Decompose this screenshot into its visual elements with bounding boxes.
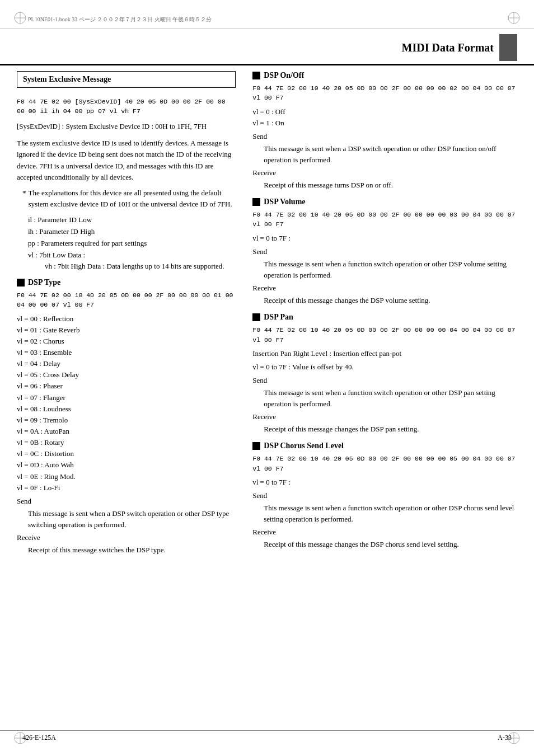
dsp-pan-send-text: This message is sent when a function swi…	[264, 387, 517, 410]
dsp-type-icon	[17, 279, 25, 287]
dsp-onoff-header: DSP On/Off	[252, 71, 517, 80]
dsp-volume-send-text: This message is sent when a function swi…	[264, 259, 517, 281]
dsp-pan-header: DSP Pan	[252, 313, 517, 322]
param-ih: ih : Parameter ID High	[28, 226, 236, 238]
dsp-type-code: F0 44 7E 02 00 10 40 20 05 0D 00 00 2F 0…	[17, 290, 236, 310]
dsp-onoff-vl1: vl = 1 : On	[252, 118, 517, 129]
dsp-pan-values: Insertion Pan Right Level : Insertion ef…	[252, 348, 517, 373]
dsp-type-val-0: vl = 00 : Reflection	[17, 313, 236, 325]
page-footer: 426-E-125A A-33	[0, 730, 534, 745]
param-vh: vh : 7bit High Data : Data lengths up to…	[28, 261, 236, 273]
dsp-onoff-vl0: vl = 0 : Off	[252, 106, 517, 118]
param-il: il : Parameter ID Low	[28, 214, 236, 226]
left-column: System Exclusive Message F0 44 7E 02 00 …	[17, 71, 247, 558]
page-title-block: MIDI Data Format	[402, 34, 517, 61]
dsp-type-val-9: vl = 09 : Tremolo	[17, 415, 236, 426]
right-column: DSP On/Off F0 44 7E 02 00 10 40 20 05 0D…	[247, 71, 517, 558]
dsp-volume-icon	[252, 198, 260, 206]
dsp-onoff-receive-label: Receive	[252, 168, 517, 177]
dsp-pan-receive-text: Receipt of this message changes the DSP …	[264, 424, 517, 435]
page: PL10NE01-1.book 33 ページ ２００２年７月２３日 火曜日 午後…	[0, 0, 534, 756]
dsp-type-val-2: vl = 02 : Chorus	[17, 336, 236, 347]
dsp-type-val-13: vl = 0D : Auto Wah	[17, 459, 236, 471]
dsp-type-val-6: vl = 06 : Phaser	[17, 381, 236, 392]
main-content: System Exclusive Message F0 44 7E 02 00 …	[0, 65, 534, 564]
sysex-devid-note: [SysExDevID] : System Exclusive Device I…	[17, 121, 236, 133]
dsp-type-receive-text: Receipt of this message switches the DSP…	[28, 544, 236, 556]
dsp-chorus-receive-label: Receive	[252, 528, 517, 537]
dsp-volume-vl: vl = 0 to 7F :	[252, 233, 517, 244]
dsp-chorus-icon	[252, 442, 260, 450]
footer-code: 426-E-125A	[22, 734, 56, 742]
note-text: The explanations for this device are all…	[29, 187, 236, 210]
dsp-type-val-11: vl = 0B : Rotary	[17, 437, 236, 448]
dsp-type-send-label: Send	[17, 497, 236, 506]
dsp-volume-receive-text: Receipt of this message changes the DSP …	[264, 295, 517, 306]
asterisk: *	[22, 187, 26, 210]
dsp-pan-receive-label: Receive	[252, 412, 517, 421]
corner-mark-tr	[506, 10, 522, 26]
dsp-onoff-icon	[252, 72, 260, 79]
page-title: MIDI Data Format	[402, 41, 494, 54]
param-list: il : Parameter ID Low ih : Parameter ID …	[28, 214, 236, 273]
dsp-volume-send-label: Send	[252, 247, 517, 256]
dsp-type-val-12: vl = 0C : Distortion	[17, 448, 236, 459]
dsp-type-val-7: vl = 07 : Flanger	[17, 392, 236, 403]
dsp-onoff-code: F0 44 7E 02 00 10 40 20 05 0D 00 00 2F 0…	[252, 83, 517, 103]
dsp-volume-receive-label: Receive	[252, 284, 517, 293]
section-title-box: System Exclusive Message	[17, 71, 236, 88]
dsp-type-val-14: vl = 0E : Ring Mod.	[17, 471, 236, 482]
note-item: * The explanations for this device are a…	[22, 187, 236, 210]
dsp-type-val-15: vl = 0F : Lo-Fi	[17, 482, 236, 494]
dsp-onoff-send-text: This message is sent when a DSP switch o…	[264, 143, 517, 166]
section-title: System Exclusive Message	[23, 75, 111, 83]
dsp-onoff-values: vl = 0 : Off vl = 1 : On	[252, 106, 517, 129]
dsp-chorus-header: DSP Chorus Send Level	[252, 442, 517, 450]
dsp-pan-send-label: Send	[252, 376, 517, 385]
dsp-pan-vl: vl = 0 to 7F : Value is offset by 40.	[252, 361, 517, 373]
dsp-type-values: vl = 00 : Reflection vl = 01 : Gate Reve…	[17, 313, 236, 494]
dsp-onoff-send-label: Send	[252, 132, 517, 141]
dsp-chorus-vl: vl = 0 to 7F :	[252, 477, 517, 488]
corner-mark-tl	[12, 10, 28, 26]
dsp-onoff-receive-text: Receipt of this message turns DSP on or …	[264, 180, 517, 191]
dsp-chorus-vl-block: vl = 0 to 7F :	[252, 477, 517, 488]
page-number: A-33	[498, 734, 512, 742]
dsp-type-send-text: This message is sent when a DSP switch o…	[28, 508, 236, 530]
param-vl: vl : 7bit Low Data :	[28, 250, 236, 261]
dsp-volume-vl-text: vl = 0 to 7F :	[252, 233, 517, 244]
body-intro: The system exclusive device ID is used t…	[17, 138, 236, 183]
dsp-chorus-send-text: This message is sent when a function swi…	[264, 503, 517, 525]
title-tab	[499, 34, 517, 61]
dsp-type-receive-label: Receive	[17, 533, 236, 542]
dsp-pan-code: F0 44 7E 02 00 10 40 20 05 0D 00 00 2F 0…	[252, 325, 517, 345]
dsp-type-val-10: vl = 0A : AutoPan	[17, 426, 236, 437]
dsp-type-val-3: vl = 03 : Ensemble	[17, 347, 236, 358]
dsp-chorus-code: F0 44 7E 02 00 10 40 20 05 0D 00 00 2F 0…	[252, 454, 517, 473]
dsp-type-val-8: vl = 08 : Loudness	[17, 403, 236, 415]
param-pp: pp : Parameters required for part settin…	[28, 238, 236, 250]
print-mark: PL10NE01-1.book 33 ページ ２００２年７月２３日 火曜日 午後…	[0, 11, 534, 29]
dsp-chorus-receive-text: Receipt of this message changes the DSP …	[264, 539, 517, 550]
dsp-pan-icon	[252, 313, 260, 321]
page-header: MIDI Data Format	[0, 29, 534, 65]
dsp-type-val-1: vl = 01 : Gate Reverb	[17, 325, 236, 336]
dsp-pan-insertion: Insertion Pan Right Level : Insertion ef…	[252, 348, 517, 359]
f0-code-main: F0 44 7E 02 00 [SysExDevID] 40 20 05 0D …	[17, 97, 236, 116]
dsp-type-header: DSP Type	[17, 278, 236, 287]
dsp-type-val-4: vl = 04 : Delay	[17, 358, 236, 369]
dsp-volume-header: DSP Volume	[252, 198, 517, 206]
dsp-chorus-send-label: Send	[252, 491, 517, 500]
dsp-type-val-5: vl = 05 : Cross Delay	[17, 369, 236, 381]
dsp-volume-code: F0 44 7E 02 00 10 40 20 05 0D 00 00 2F 0…	[252, 210, 517, 229]
